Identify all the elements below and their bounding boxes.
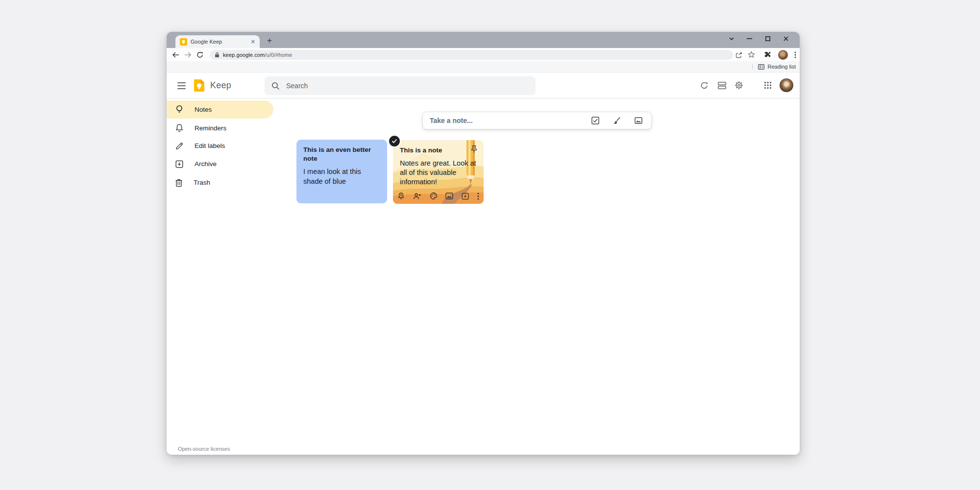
sidebar-item-label: Notes — [195, 106, 212, 113]
trash-icon — [175, 178, 183, 187]
sidebar-item-label: Edit labels — [195, 142, 225, 149]
sidebar-item-label: Archive — [195, 160, 217, 168]
sidebar-item-edit-labels[interactable]: Edit labels — [167, 137, 273, 155]
sidebar-item-archive[interactable]: Archive — [167, 155, 273, 173]
reading-list-label[interactable]: Reading list — [768, 64, 796, 70]
new-drawing-brush-icon[interactable] — [613, 117, 621, 124]
tab-title: Google Keep — [191, 39, 247, 45]
more-kebab-icon[interactable] — [477, 193, 479, 200]
google-apps-grid-icon[interactable] — [761, 79, 774, 92]
archive-icon — [175, 160, 184, 169]
app-title: Keep — [210, 80, 231, 91]
new-image-icon[interactable] — [635, 117, 642, 124]
sidebar-item-label: Trash — [194, 179, 210, 186]
take-a-note-input[interactable]: Take a note... — [422, 112, 652, 129]
open-source-licenses-link[interactable]: Open-source licenses — [178, 446, 230, 452]
new-list-checkbox-icon[interactable] — [591, 117, 599, 124]
close-button[interactable] — [777, 32, 795, 46]
extensions-puzzle-icon[interactable] — [761, 48, 773, 61]
tab-strip: Google Keep ✕ + — [167, 32, 800, 48]
sidebar-item-label: Reminders — [195, 124, 226, 132]
pin-icon[interactable] — [470, 145, 478, 153]
settings-gear-icon[interactable] — [733, 79, 745, 92]
note-title: This is a note — [400, 146, 470, 155]
refresh-notes-icon[interactable] — [698, 79, 710, 92]
lock-icon — [215, 52, 220, 58]
keep-favicon-icon — [180, 38, 187, 46]
note-card-orange[interactable]: This is a note Notes are great. Look at … — [393, 140, 484, 204]
bookmarks-bar: Reading list — [167, 61, 800, 73]
back-icon[interactable] — [170, 48, 181, 61]
archive-note-icon[interactable] — [462, 193, 469, 200]
note-selected-check-icon[interactable] — [388, 135, 401, 147]
bell-icon — [175, 123, 184, 133]
note-card-blue[interactable]: This is an even better note I mean look … — [296, 140, 387, 203]
search-icon[interactable] — [271, 82, 280, 90]
url-domain: keep.google.com — [223, 52, 265, 58]
search-placeholder: Search — [286, 82, 308, 90]
sidebar-item-trash[interactable]: Trash — [167, 173, 273, 192]
url-text: keep.google.com/u/0/#home — [223, 52, 292, 58]
divider — [752, 64, 753, 70]
browser-toolbar: keep.google.com/u/0/#home — [167, 48, 800, 61]
window-controls — [722, 32, 795, 46]
note-toolbar — [393, 190, 484, 202]
main-content: Notes Reminders Edit labels Archive Tras — [167, 99, 800, 455]
main-menu-hamburger-icon[interactable] — [175, 80, 187, 92]
refresh-icon[interactable] — [194, 48, 206, 61]
take-a-note-placeholder: Take a note... — [430, 117, 591, 124]
url-path: /u/0/#home — [265, 52, 292, 58]
browser-profile-avatar[interactable] — [777, 48, 789, 61]
note-title: This is an even better note — [303, 146, 380, 163]
sidebar-item-reminders[interactable]: Reminders — [167, 119, 273, 137]
add-collaborator-icon[interactable] — [413, 193, 421, 200]
new-tab-button[interactable]: + — [264, 35, 275, 47]
reminder-bell-plus-icon[interactable] — [397, 192, 405, 200]
bookmark-star-icon[interactable] — [745, 48, 757, 61]
keep-header: Keep Search — [167, 73, 800, 98]
browser-window: Google Keep ✕ + — [167, 32, 800, 455]
address-bar[interactable]: keep.google.com/u/0/#home — [210, 50, 733, 60]
add-image-icon[interactable] — [445, 193, 453, 199]
reading-list-icon — [758, 64, 764, 70]
share-icon[interactable] — [733, 48, 745, 61]
tab-search-chevron-icon[interactable] — [722, 32, 740, 46]
browser-menu-kebab-icon[interactable] — [789, 48, 800, 61]
tab-close-icon[interactable]: ✕ — [251, 39, 255, 45]
note-body: I mean look at this shade of blue — [303, 167, 380, 186]
note-body: Notes are great. Look at all of this val… — [400, 159, 477, 187]
lightbulb-icon — [175, 105, 184, 114]
minimize-button[interactable] — [740, 32, 759, 46]
list-view-icon[interactable] — [715, 79, 728, 92]
palette-icon[interactable] — [430, 192, 438, 200]
search-input[interactable]: Search — [265, 76, 536, 95]
maximize-button[interactable] — [759, 32, 777, 46]
pencil-icon — [175, 142, 184, 150]
browser-tab[interactable]: Google Keep ✕ — [175, 35, 260, 48]
account-avatar[interactable] — [780, 78, 793, 92]
sidebar-item-notes[interactable]: Notes — [167, 100, 273, 119]
forward-icon[interactable] — [182, 48, 194, 61]
keep-logo-icon — [193, 79, 205, 92]
